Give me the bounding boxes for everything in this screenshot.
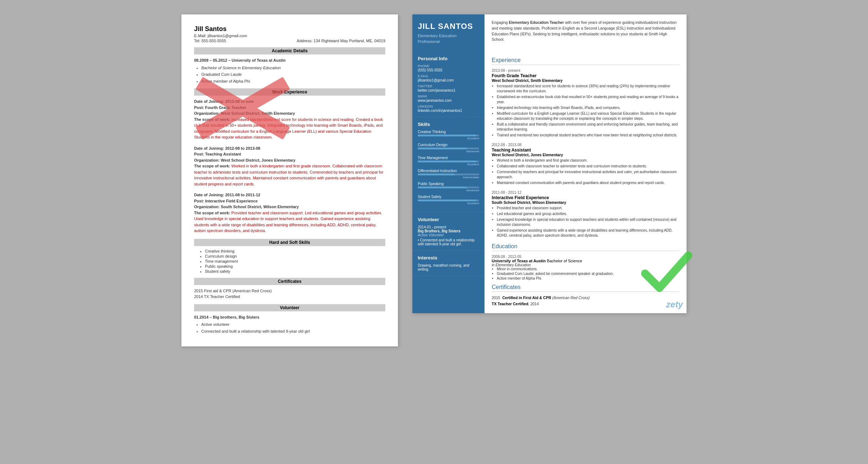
job2-scope: The scope of work: Worked in both a kind… bbox=[194, 163, 385, 187]
exp-org-rest-2: , Jones Elementary bbox=[529, 153, 563, 157]
exp-b3-1: Provided teacher and classroom support. bbox=[497, 206, 679, 211]
right-header: JILL SANTOS Elementary Education Profess… bbox=[412, 14, 687, 52]
skills-title-r: Skills bbox=[418, 122, 479, 127]
job2-post: Post: Teaching Assistant bbox=[194, 152, 241, 156]
cert-item-2: TX Teacher Certified, 2014 bbox=[492, 302, 679, 306]
left-name: Jill Santos bbox=[194, 25, 385, 33]
exp-bullets-1: Increased standardized test score for st… bbox=[492, 84, 679, 138]
skill-bar-fill-1 bbox=[418, 135, 476, 136]
exp-b3-3: Leveraged knowledge in special education… bbox=[497, 217, 679, 227]
cert-org-1: (American Red Cross) bbox=[552, 296, 590, 300]
skill-level-5: Advanced bbox=[418, 189, 479, 192]
skill-name-2: Curriculum Design bbox=[418, 143, 479, 147]
job1-scope: The scope of work: Increased standardize… bbox=[194, 117, 385, 140]
cert-year-1: 2015 bbox=[492, 296, 500, 300]
edu-right-bullets: Minor in communications. Graduated Cum L… bbox=[492, 267, 679, 280]
edu-date: 08.2008 – 05.2012 – bbox=[194, 58, 231, 62]
interests-title: Interests bbox=[418, 255, 479, 261]
address-text: 134 Rightward Way Portland, ME, 04019 bbox=[314, 39, 385, 43]
exp-b1-3: Integrated technology into learning with… bbox=[497, 105, 679, 110]
job3-org: Organization: South School District, Wil… bbox=[194, 205, 299, 209]
exp-org-1: West School District, Smith Elementary bbox=[492, 78, 679, 83]
work-content: Date of Joining: 2013-08 to now Post: Fo… bbox=[194, 99, 385, 234]
personal-info-section: Personal Info Phone (555) 555-5555 E-mai… bbox=[412, 52, 485, 117]
email-value-r: jillsantos1@gmail.com bbox=[418, 78, 479, 82]
education-section-r: Education 2008-08 - 2012-05 University o… bbox=[492, 243, 679, 280]
left-email-line: E-Mail: jillsantos1@gmail.com bbox=[194, 34, 385, 38]
right-title-line1: Elementary Education bbox=[418, 34, 457, 38]
skill-item-2: Curriculum Design Advanced bbox=[418, 143, 479, 153]
resume-right: JILL SANTOS Elementary Education Profess… bbox=[412, 14, 687, 313]
education-title-r: Education bbox=[492, 243, 679, 251]
skill-2: Curriculum design bbox=[205, 254, 385, 258]
skill-3: Time management bbox=[205, 259, 385, 263]
skill-level-3: Excellent bbox=[418, 163, 479, 166]
exp-title-3: Interactive Field Experience bbox=[492, 195, 679, 200]
skill-bar-bg-2 bbox=[418, 148, 479, 149]
skill-level-2: Advanced bbox=[418, 150, 479, 153]
cert-year-2: 2014 bbox=[530, 302, 539, 306]
tel-value: 555-555-5555 bbox=[201, 39, 226, 43]
edu-right-date: 2008-08 - 2012-05 bbox=[492, 255, 679, 259]
skill-bar-fill-4 bbox=[418, 174, 455, 175]
skill-bar-fill-5 bbox=[418, 187, 467, 188]
interests-text: Drawing, marathon running, and writing. bbox=[418, 263, 479, 271]
skill-item-6: Student Safety Excellent bbox=[418, 195, 479, 205]
academic-section-title: Academic Details bbox=[194, 47, 385, 54]
skill-name-4: Differentiated Instruction bbox=[418, 169, 479, 173]
skills-list: Creative thinking Curriculum design Time… bbox=[194, 249, 385, 273]
right-sidebar: Personal Info Phone (555) 555-5555 E-mai… bbox=[412, 52, 485, 313]
resume-left: Jill Santos E-Mail: jillsantos1@gmail.co… bbox=[181, 14, 398, 346]
skill-name-1: Creative Thinking bbox=[418, 130, 479, 134]
edu-degree: Bachelor of Science in Elementary Educat… bbox=[201, 65, 385, 71]
edu-b1: Minor in communications. bbox=[497, 267, 679, 271]
skill-level-4: Intermediate bbox=[418, 176, 479, 179]
summary-bold: Elementary Education Teacher bbox=[509, 20, 564, 25]
exp-b1-6: Trained and mentored two exceptional stu… bbox=[497, 133, 679, 138]
left-header: Jill Santos E-Mail: jillsantos1@gmail.co… bbox=[194, 25, 385, 43]
experience-title: Experience bbox=[492, 57, 679, 65]
skill-1: Creative thinking bbox=[205, 249, 385, 253]
job1-date: Date of Joining: 2013-08 to now bbox=[194, 99, 254, 104]
skill-name-5: Public Speaking bbox=[418, 182, 479, 186]
edu-b2: Graduated Cum Laude; asked be commenceme… bbox=[497, 272, 679, 276]
exp-org-2: West School District, Jones Elementary bbox=[492, 153, 679, 157]
volunteer-bullet-r: • Connected and built a relationship wit… bbox=[418, 238, 479, 246]
linkedin-value: linkedin.com/in/janesantos1 bbox=[418, 109, 479, 113]
exp-org-rest-1: , Smith Elementary bbox=[529, 78, 563, 83]
skills-section-r: Skills Creative Thinking Excellent Curri… bbox=[412, 117, 485, 213]
volunteer-role-r: Active Volunteer bbox=[418, 233, 479, 237]
exp-org-bold-1: West School District bbox=[492, 78, 529, 83]
cert-item-1: 2015 Certified in First Aid & CPR (Ameri… bbox=[492, 296, 679, 300]
cert-name-2: TX Teacher Certified bbox=[492, 302, 528, 306]
exp-title-2: Teaching Assistant bbox=[492, 148, 679, 153]
edu-b3: Active member of Alpha Phi. bbox=[497, 276, 679, 280]
exp-org-rest-3: , Wilson Elementary bbox=[530, 200, 566, 205]
work-section-title: Work Experience bbox=[194, 88, 385, 96]
exp-org-3: South School District, Wilson Elementary bbox=[492, 200, 679, 205]
exp-b2-2: Collaborated with classroom teacher to a… bbox=[497, 164, 679, 169]
job2-org: Organization: West School District, Jone… bbox=[194, 158, 295, 162]
right-title: Elementary Education Professional bbox=[418, 33, 479, 44]
exp-date-2: 2012-08 - 2013-08 bbox=[492, 143, 679, 147]
exp-bullets-3: Provided teacher and classroom support. … bbox=[492, 206, 679, 238]
www-value: www.janesantos.com bbox=[418, 99, 479, 102]
right-body: Personal Info Phone (555) 555-5555 E-mai… bbox=[412, 52, 687, 313]
certs-section-r: Certificates 2015 Certified in First Aid… bbox=[492, 284, 679, 306]
exp-b1-4: Modified curriculum for a English Langua… bbox=[497, 111, 679, 121]
right-title-line2: Professional bbox=[418, 39, 440, 44]
exp-b3-4: Gained experience assisting students wit… bbox=[497, 228, 679, 238]
phone-value: (555) 555-5555 bbox=[418, 68, 479, 72]
job1-org: Organization: West School District, Smit… bbox=[194, 111, 295, 115]
skills-section-title: Hard and Soft Skills bbox=[194, 239, 385, 246]
volunteer-section-r: Volunteer 2014-01 - present Big Brothers… bbox=[412, 213, 485, 251]
www-label: WWW bbox=[418, 95, 479, 98]
skill-item-4: Differentiated Instruction Intermediate bbox=[418, 169, 479, 179]
phone-label: Phone bbox=[418, 64, 479, 68]
skill-bar-bg-3 bbox=[418, 161, 479, 162]
volunteer-bullet-1: Active volunteer bbox=[201, 321, 385, 328]
edu-item: 08.2008 – 05.2012 – University of Texas … bbox=[194, 57, 385, 84]
certs-section-title: Certificates bbox=[194, 278, 385, 285]
cert-1: 2015 First aid & CPR (American Red Cross… bbox=[194, 288, 385, 294]
skill-name-3: Time Management bbox=[418, 156, 479, 160]
